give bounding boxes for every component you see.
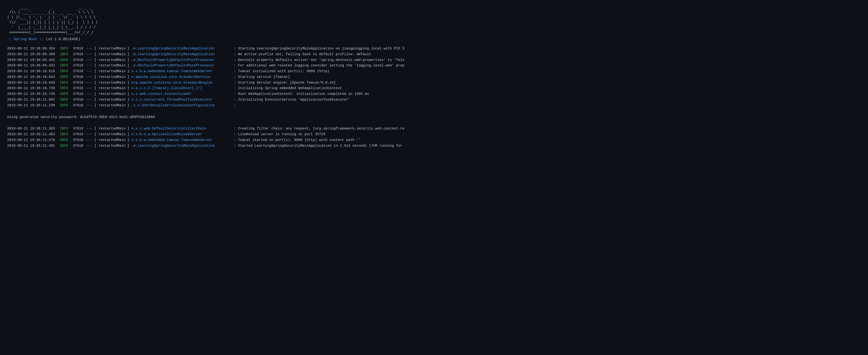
log-level: INFO (60, 69, 73, 74)
log-message: : For additional web related logging con… (232, 63, 404, 68)
log-thread-close: ] (127, 52, 131, 57)
log-level: INFO (60, 52, 73, 57)
log-level: INFO (60, 97, 73, 102)
log-separator: --- [ (86, 80, 98, 86)
log-level: INFO (60, 92, 73, 97)
log-separator: --- [ (86, 58, 98, 63)
log-class: .s.s.UserDetailsServiceAutoConfiguration (131, 103, 232, 108)
log-class: .e.DevToolsPropertyDefaultsPostProcessor (131, 58, 232, 63)
log-separator: --- [ (86, 138, 98, 143)
log-pid: 37618 (73, 69, 86, 74)
log-line: 2019-09-11 19:36:11.403 INFO 37618 --- [… (7, 132, 861, 137)
log-pid: 37618 (73, 126, 86, 131)
log-class: o.s.b.d.a.OptionalLiveReloadServer (131, 132, 232, 137)
log-thread: restartedMain (98, 97, 127, 102)
log-thread: restartedMain (98, 74, 127, 80)
log-line: 2019-09-11 19:36:11.363 INFO 37618 --- [… (7, 126, 861, 131)
log-level: INFO (60, 132, 73, 137)
spring-ascii-art: . ____ _ __ _ _ /\\ / ___'_ __ _ _(_)_ _… (7, 5, 861, 35)
log-level: INFO (60, 46, 73, 51)
log-message: : Tomcat initialized with port(s): 8080 … (232, 69, 330, 74)
log-level: INFO (60, 58, 73, 63)
log-separator: --- [ (86, 103, 98, 108)
log-message: : Starting Servlet engine: [Apache Tomca… (232, 80, 336, 86)
log-line: 2019-09-11 19:36:10.643 INFO 37618 --- [… (7, 74, 861, 80)
log-pid: 37618 (73, 63, 86, 68)
log-message: : No active profile set, falling back to… (232, 52, 371, 57)
log-thread-close: ] (127, 103, 131, 108)
log-level: INFO (60, 86, 73, 91)
spring-boot-version: (v2.1.8.RELEASE) (44, 37, 80, 41)
log-thread: restartedMain (98, 138, 127, 143)
log-pid: 37618 (73, 74, 86, 80)
log-level: INFO (60, 143, 73, 149)
log-timestamp: 2019-09-11 19:36:09.368 (7, 52, 60, 57)
log-message: : Root WebApplicationContext: initializa… (232, 92, 369, 97)
log-timestamp: 2019-09-11 19:36:11.476 (7, 138, 60, 143)
log-pid: 37618 (73, 103, 86, 108)
log-timestamp: 2019-09-11 19:36:11.238 (7, 103, 60, 108)
log-thread: restartedMain (98, 63, 127, 68)
log-timestamp: 2019-09-11 19:36:10.735 (7, 92, 60, 97)
log-pid: 37618 (73, 97, 86, 102)
log-timestamp: 2019-09-11 19:36:10.643 (7, 80, 60, 86)
log-message: : Devtools property defaults active! Set… (232, 58, 404, 63)
log-separator: --- [ (86, 86, 98, 91)
log-thread-close: ] (127, 92, 131, 97)
log-class: o.s.b.w.embedded.tomcat.TomcatWebServer (131, 138, 232, 143)
log-message: : (232, 103, 236, 108)
log-thread: restartedMain (98, 69, 127, 74)
log-pid: 37618 (73, 92, 86, 97)
log-separator: --- [ (86, 74, 98, 80)
log-class: org.apache.catalina.core.StandardEngine (131, 80, 232, 86)
log-thread: restartedMain (98, 86, 127, 91)
log-line: 2019-09-11 19:36:09.364 INFO 37618 --- [… (7, 46, 861, 51)
spring-boot-version-line: :: Spring Boot :: (v2.1.8.RELEASE) (7, 37, 861, 41)
log-timestamp: 2019-09-11 19:36:11.481 (7, 143, 60, 149)
log-level: INFO (60, 103, 73, 108)
log-thread: restartedMain (98, 126, 127, 131)
log-thread: restartedMain (98, 52, 127, 57)
log-separator: --- [ (86, 63, 98, 68)
log-message: : Starting service [Tomcat] (232, 74, 290, 80)
log-line: 2019-09-11 19:36:09.432 INFO 37618 --- [… (7, 58, 861, 63)
log-thread-close: ] (127, 69, 131, 74)
log-thread-close: ] (127, 86, 131, 91)
log-pid: 37618 (73, 58, 86, 63)
log-line: 2019-09-11 19:36:10.735 INFO 37618 --- [… (7, 92, 861, 97)
log-pid: 37618 (73, 80, 86, 86)
log-container-second: 2019-09-11 19:36:11.363 INFO 37618 --- [… (7, 126, 861, 148)
log-class: .m.LearningSpringSecurityMainApplication (131, 143, 232, 149)
log-level: INFO (60, 126, 73, 131)
spring-boot-label: :: Spring Boot :: (7, 37, 44, 41)
log-separator: --- [ (86, 92, 98, 97)
log-separator: --- [ (86, 46, 98, 51)
log-class: o.s.s.concurrent.ThreadPoolTaskExecutor (131, 97, 232, 102)
log-class: o.s.b.w.embedded.tomcat.TomcatWebServer (131, 69, 232, 74)
log-thread: restartedMain (98, 58, 127, 63)
log-pid: 37618 (73, 138, 86, 143)
log-separator: --- [ (86, 143, 98, 149)
log-timestamp: 2019-09-11 19:36:11.403 (7, 132, 60, 137)
log-timestamp: 2019-09-11 19:36:10.616 (7, 69, 60, 74)
log-thread: restartedMain (98, 46, 127, 51)
log-class: o.apache.catalina.core.StandardService (131, 74, 232, 80)
log-thread: restartedMain (98, 80, 127, 86)
log-line: 2019-09-11 19:36:11.002 INFO 37618 --- [… (7, 97, 861, 102)
log-line: 2019-09-11 19:36:11.481 INFO 37618 --- [… (7, 143, 861, 149)
log-separator: --- [ (86, 126, 98, 131)
log-message: : Initializing ExecutorService 'applicat… (232, 97, 350, 102)
log-separator: --- [ (86, 52, 98, 57)
log-thread-close: ] (127, 97, 131, 102)
log-line: 2019-09-11 19:36:11.476 INFO 37618 --- [… (7, 138, 861, 143)
log-separator: --- [ (86, 69, 98, 74)
log-container-first: 2019-09-11 19:36:09.364 INFO 37618 --- [… (7, 46, 861, 108)
log-class: o.s.s.web.DefaultSecurityFilterChain (131, 126, 232, 131)
log-class: o.s.web.context.ContextLoader (131, 92, 232, 97)
log-thread-close: ] (127, 80, 131, 86)
log-level: INFO (60, 74, 73, 80)
log-class: o.a.c.c.C.[Tomcat].[localhost].[/] (131, 86, 232, 91)
log-timestamp: 2019-09-11 19:36:10.735 (7, 86, 60, 91)
log-thread-close: ] (127, 132, 131, 137)
log-class: .m.LearningSpringSecurityMainApplication (131, 52, 232, 57)
